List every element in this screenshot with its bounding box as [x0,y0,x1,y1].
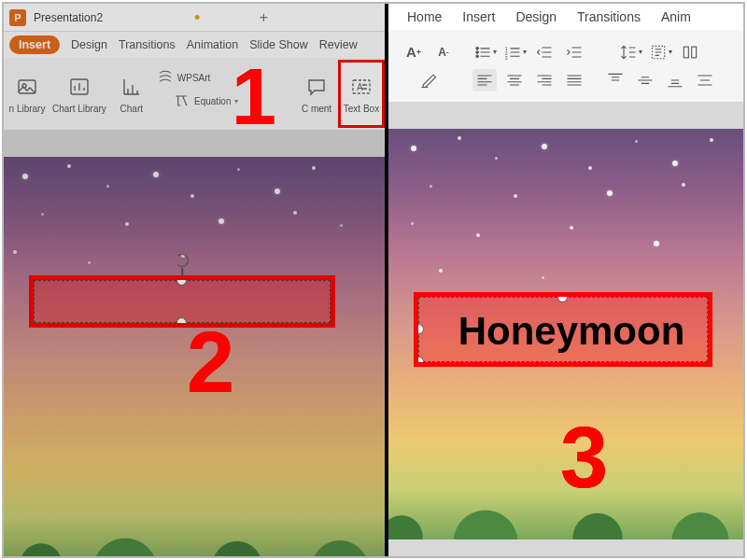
comment-icon [303,74,330,100]
svg-text:A: A [357,82,363,92]
ribbon-tab-strip: Insert Design Transitions Animation Slid… [4,32,385,58]
chart-icon [119,74,145,100]
equation-button[interactable]: Equation ▾ [170,90,240,112]
line-spacing-button[interactable]: ▾ [618,41,642,63]
tab-transitions[interactable]: Transitions [119,38,176,51]
app-icon: P [9,9,26,26]
distribute-button[interactable] [693,69,717,91]
clear-formatting-button[interactable] [416,69,441,91]
gallery-icon [14,74,40,100]
new-tab-button[interactable]: + [254,8,273,27]
tab-anim-right[interactable]: Anim [661,9,691,24]
ribbon-tab-strip-right: Home Insert Design Transitions Anim [388,4,743,30]
svg-rect-13 [692,47,697,58]
align-center-button[interactable] [502,69,527,91]
empty-textbox-selection[interactable] [34,280,331,323]
svg-point-7 [476,54,479,57]
numbering-button[interactable]: 123▾ [502,41,527,63]
icon-library-button[interactable]: n Library [6,62,49,126]
tab-review[interactable]: Review [319,38,358,51]
tab-slideshow[interactable]: Slide Show [249,38,308,51]
step-number-1: 1 [232,56,276,136]
tab-animation[interactable]: Animation [187,38,239,51]
ribbon-insert: n Library Chart Library Chart WPSArt [4,58,385,131]
wpsart-button[interactable]: WPSArt [155,65,213,90]
tutorial-highlight [29,275,335,328]
slide-greenery [4,538,385,556]
wpsart-label: WPSArt [177,73,211,83]
equation-icon [172,91,190,110]
align-middle-button[interactable] [633,69,657,91]
comment-button[interactable]: C ment [295,62,338,126]
shrink-font-button[interactable]: A- [431,41,456,63]
text-box-icon: A [348,74,374,100]
tutorial-panel-left: P Presentation2 • + Insert Design Transi… [4,4,385,556]
align-left-button[interactable] [472,69,497,91]
chart-library-icon [66,74,92,100]
align-justify-button[interactable] [562,69,586,91]
svg-text:3: 3 [505,54,508,60]
increase-indent-button[interactable] [562,41,586,63]
tutorial-panel-right: Home Insert Design Transitions Anim A+ A… [385,4,743,556]
chart-library-label: Chart Library [52,104,106,114]
ribbon-home: A+ A- ▾ 123▾ [388,30,743,103]
tab-home[interactable]: Home [407,9,442,24]
svg-rect-12 [684,47,688,58]
text-box-label: Text Box [344,104,379,114]
tutorial-highlight [414,292,712,367]
equation-label: Equation [194,96,231,106]
icon-library-label: n Library [9,104,46,114]
step-number-2: 2 [187,319,234,405]
rotate-handle[interactable] [176,254,189,267]
grow-font-button[interactable]: A+ [402,41,426,63]
decrease-indent-button[interactable] [532,41,557,63]
svg-point-6 [476,50,479,53]
tab-insert[interactable]: Insert [9,35,60,54]
align-bottom-button[interactable] [663,69,687,91]
align-right-button[interactable] [532,69,557,91]
step-number-3: 3 [560,414,608,500]
bullets-button[interactable]: ▾ [472,41,497,63]
text-box-button[interactable]: A Text Box [340,62,383,126]
title-bar: P Presentation2 • + [4,4,385,32]
svg-point-5 [476,47,479,49]
align-top-button[interactable] [603,69,627,91]
tab-design[interactable]: Design [71,38,107,51]
tab-transitions-right[interactable]: Transitions [577,9,641,24]
chart-label: Chart [120,104,143,114]
typed-textbox-selection[interactable]: Honeymoon [418,297,708,362]
chart-button[interactable]: Chart [110,62,153,126]
wpsart-icon [157,69,174,86]
document-name: Presentation2 [34,11,103,24]
text-direction-button[interactable]: ▾ [648,41,672,63]
chart-library-button[interactable]: Chart Library [50,62,108,126]
slide-greenery-right [385,510,743,539]
tab-design-right[interactable]: Design [515,9,557,24]
columns-button[interactable] [678,41,702,63]
comment-label: C ment [302,104,331,114]
tab-insert-right[interactable]: Insert [462,9,495,24]
